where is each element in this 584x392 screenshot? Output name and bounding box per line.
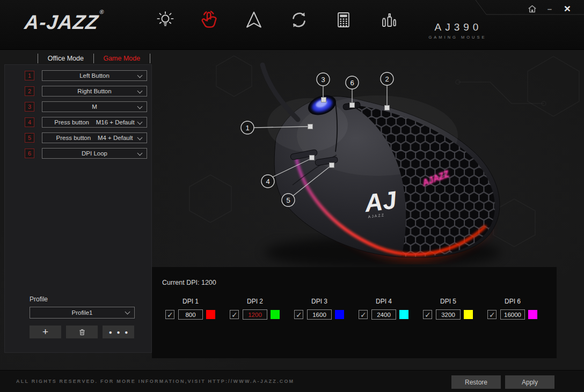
- binding-dropdown-5[interactable]: Press button M4 + Default: [42, 132, 147, 143]
- check-icon: ✓: [425, 310, 431, 319]
- dpi-value-input-1[interactable]: 800: [178, 309, 203, 320]
- mouse-body-logo: AJ AJAZZ: [362, 186, 398, 219]
- dpi-stage-3: DPI 3 ✓ 1600: [294, 298, 348, 320]
- dpi-stage-5: DPI 5 ✓ 3200: [423, 298, 477, 320]
- binding-dropdown-6[interactable]: DPI Loop: [42, 148, 147, 159]
- home-button[interactable]: [525, 2, 539, 15]
- svg-text:2: 2: [385, 75, 389, 83]
- tab-office-mode[interactable]: Office Mode: [48, 55, 84, 62]
- chevron-down-icon: [137, 135, 143, 140]
- chevron-down-icon: [137, 120, 143, 125]
- svg-text:5: 5: [286, 196, 290, 204]
- dpi-value-input-2[interactable]: 1200: [243, 309, 267, 320]
- binding-label-2: Right Button: [77, 88, 111, 94]
- check-icon: ✓: [360, 310, 367, 319]
- current-dpi: Current DPI: 1200: [162, 279, 216, 286]
- chevron-down-icon: [137, 151, 143, 156]
- topbar-trim-line: [0, 0, 584, 50]
- dpi-checkbox-3[interactable]: ✓: [294, 310, 303, 319]
- dpi-color-swatch-6[interactable]: [528, 310, 537, 319]
- dpi-stage-label: DPI 1: [178, 298, 203, 305]
- main-content: Office Mode Game Mode 1 Left Button 2 Ri…: [0, 50, 584, 370]
- tab-game-mode[interactable]: Game Mode: [103, 55, 140, 62]
- dpi-color-swatch-2[interactable]: [271, 310, 280, 319]
- chevron-down-icon: [137, 73, 143, 78]
- dpi-stage-label: DPI 3: [307, 298, 332, 305]
- dpi-color-swatch-4[interactable]: [399, 310, 408, 319]
- binding-label-4: Press button M16 + Default: [54, 119, 134, 125]
- binding-dropdown-2[interactable]: Right Button: [42, 86, 147, 97]
- dpi-stage-6: DPI 6 ✓ 16000: [487, 298, 541, 320]
- check-icon: ✓: [296, 310, 302, 319]
- plus-icon: +: [42, 327, 48, 337]
- button-number-badge-2: 2: [25, 86, 34, 96]
- profile-more-button[interactable]: ● ● ●: [103, 326, 134, 338]
- dpi-color-swatch-1[interactable]: [206, 310, 215, 319]
- copyright-text: ALL RIGHTS RESERVED. FOR MORE INFORMATIO…: [16, 379, 294, 384]
- profile-delete-button[interactable]: [66, 326, 98, 338]
- profile-selected: Profile1: [72, 309, 93, 316]
- callout-4: 4: [261, 175, 274, 188]
- binding-label-1: Left Button: [79, 72, 110, 79]
- binding-dropdown-1[interactable]: Left Button: [42, 70, 147, 81]
- svg-text:1: 1: [245, 124, 249, 132]
- svg-text:6: 6: [350, 79, 354, 87]
- close-button[interactable]: ×: [560, 2, 574, 15]
- minimize-button[interactable]: –: [543, 2, 556, 15]
- dpi-stage-label: DPI 5: [436, 298, 461, 305]
- dpi-checkbox-5[interactable]: ✓: [423, 310, 432, 319]
- top-bar: A-JAZZ®: [0, 0, 584, 50]
- home-icon: [527, 4, 537, 14]
- binding-dropdown-3[interactable]: M: [42, 101, 147, 112]
- restore-button[interactable]: Restore: [451, 375, 501, 389]
- check-icon: ✓: [231, 310, 238, 319]
- dpi-value-input-6[interactable]: 16000: [500, 309, 525, 320]
- dpi-value-input-4[interactable]: 2400: [371, 309, 396, 320]
- button-number-badge-4: 4: [25, 117, 34, 127]
- apply-button[interactable]: Apply: [505, 375, 554, 389]
- dpi-color-swatch-5[interactable]: [464, 310, 473, 319]
- tab-separator: [38, 54, 38, 63]
- dpi-panel: Current DPI: 1200 DPI 1 ✓ 800 DPI 2 ✓ 12…: [152, 267, 557, 358]
- binding-label-6: DPI Loop: [82, 150, 107, 157]
- dpi-checkbox-4[interactable]: ✓: [359, 310, 368, 319]
- dpi-checkbox-6[interactable]: ✓: [487, 310, 497, 319]
- dpi-checkbox-2[interactable]: ✓: [230, 310, 239, 319]
- mode-tabs: Office Mode Game Mode: [38, 53, 150, 64]
- chevron-down-icon: [137, 104, 143, 109]
- dpi-stage-2: DPI 2 ✓ 1200: [230, 298, 283, 320]
- ellipsis-icon: ● ● ●: [107, 329, 130, 335]
- button-number-badge-1: 1: [25, 71, 34, 80]
- chevron-down-icon: [137, 88, 143, 94]
- footer-bar: ALL RIGHTS RESERVED. FOR MORE INFORMATIO…: [0, 370, 584, 392]
- dpi-color-swatch-3[interactable]: [335, 310, 344, 319]
- current-dpi-label: Current DPI:: [162, 279, 199, 286]
- profile-label: Profile: [30, 295, 48, 303]
- button-number-badge-6: 6: [25, 149, 34, 158]
- dpi-stage-1: DPI 1 ✓ 800: [165, 298, 219, 320]
- dpi-value-input-3[interactable]: 1600: [307, 309, 332, 320]
- binding-label-3: M: [92, 103, 97, 110]
- callout-3: 3: [317, 73, 330, 86]
- callout-5: 5: [282, 194, 295, 206]
- callout-1: 1: [241, 121, 254, 134]
- callout-6: 6: [346, 76, 359, 89]
- profile-dropdown[interactable]: Profile1: [30, 307, 135, 319]
- dpi-stage-label: DPI 6: [500, 298, 525, 305]
- dpi-value-input-5[interactable]: 3200: [436, 309, 461, 320]
- button-binding-panel: 1 Left Button 2 Right Button 3 M 4 Press…: [4, 64, 152, 353]
- binding-dropdown-4[interactable]: Press button M16 + Default: [42, 117, 147, 128]
- current-dpi-value: 1200: [201, 279, 216, 286]
- dpi-stage-4: DPI 4 ✓ 2400: [359, 298, 412, 320]
- callout-2: 2: [381, 72, 393, 85]
- button-number-badge-5: 5: [25, 133, 34, 143]
- app-window: A-JAZZ®: [0, 0, 584, 392]
- profile-add-button[interactable]: +: [30, 326, 61, 338]
- svg-text:AJ: AJ: [362, 186, 398, 217]
- close-icon: ×: [564, 3, 571, 14]
- tab-separator: [93, 54, 94, 63]
- binding-label-5: Press button M4 + Default: [56, 135, 133, 141]
- dpi-checkbox-1[interactable]: ✓: [165, 310, 174, 319]
- trash-icon: [78, 328, 86, 336]
- svg-text:4: 4: [266, 177, 269, 186]
